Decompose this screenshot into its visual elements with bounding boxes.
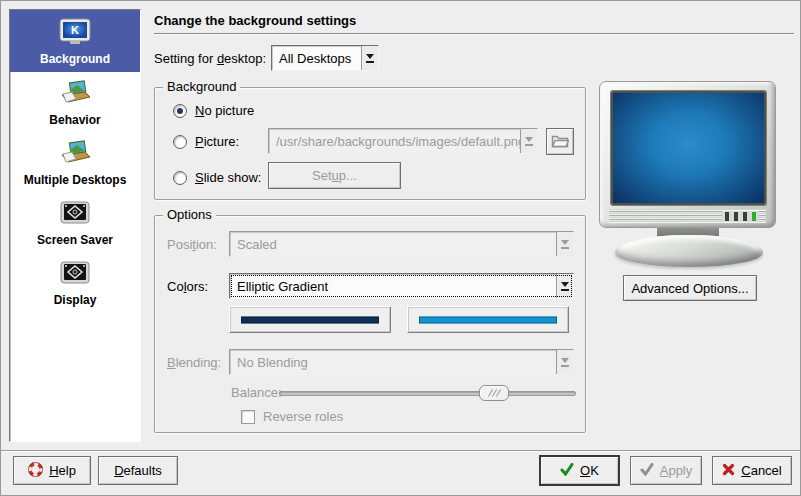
sidebar-item-label: Display [54,293,97,307]
monitor-base [615,235,763,267]
module-list: K Background Behavior [9,9,141,442]
title-divider [154,33,794,35]
sidebar-item-label: Background [40,52,110,66]
check-icon-gray [640,463,654,479]
ok-button[interactable]: OK [539,455,620,486]
picture-path-combobox: /usr/share/backgrounds/images/default.pn… [268,128,538,154]
background-group-title: Background [163,79,240,94]
cancel-button[interactable]: Cancel [712,456,792,485]
picture-radio-row[interactable]: Picture: [173,134,239,149]
balance-slider-groove [279,391,576,396]
slide-show-label: Slide show: [195,170,261,185]
folder-icon [551,133,569,151]
setup-button-label: Setup... [312,168,357,183]
chevron-down-icon [361,46,378,70]
sidebar-item-background[interactable]: K Background [10,10,140,72]
monitor-leds [722,211,759,222]
browse-picture-button [546,128,574,155]
page-title: Change the background settings [154,13,356,28]
blending-label: Blending: [167,355,221,370]
setting-for-desktop-label: Setting for desktop: [154,51,266,66]
reverse-roles-row: Reverse roles [241,409,343,424]
no-picture-radio[interactable] [173,104,187,118]
advanced-options-button[interactable]: Advanced Options... [623,275,757,301]
background-settings-dialog: K Background Behavior [0,0,801,496]
chevron-down-icon [556,232,573,256]
dark-screen-icon [57,198,93,228]
sidebar-item-label: Behavior [49,113,100,127]
chevron-down-icon [556,274,573,298]
setup-button: Setup... [268,162,401,189]
options-group-title: Options [163,207,216,222]
apply-button: Apply [630,456,702,485]
chevron-down-icon [520,129,537,153]
no-picture-radio-row[interactable]: No picture [173,103,254,118]
desktop-layers-icon [57,138,93,168]
reverse-roles-checkbox [241,410,255,424]
ok-button-label: OK [580,463,599,478]
position-combobox: Scaled [229,231,574,257]
sidebar-item-screen-saver[interactable]: Screen Saver [10,192,140,252]
chevron-down-icon [556,350,573,374]
slide-show-radio[interactable] [173,171,187,185]
color2-swatch [419,316,557,323]
balance-label: Balance: [231,385,282,400]
sidebar-item-behavior[interactable]: Behavior [10,72,140,132]
desktop-layers-icon [57,78,93,108]
help-button[interactable]: Help [13,456,91,485]
picture-radio[interactable] [173,135,187,149]
color1-button[interactable] [229,306,391,333]
preview-monitor [599,81,776,228]
balance-slider-handle [479,385,509,401]
color1-swatch [241,316,379,323]
reverse-roles-label: Reverse roles [263,409,343,424]
desktop-combobox[interactable]: All Desktops [271,45,379,71]
position-label: Position: [167,237,217,252]
svg-text:K: K [71,24,79,36]
slide-show-radio-row[interactable]: Slide show: [173,170,261,185]
footer-divider [1,450,801,452]
colors-combobox[interactable]: Elliptic Gradient [229,273,574,299]
blending-combobox: No Blending [229,349,574,375]
no-picture-label: No picture [195,103,254,118]
preview-screen [611,91,766,205]
colors-label: Colors: [167,279,208,294]
advanced-options-label: Advanced Options... [631,281,748,296]
sidebar-item-label: Multiple Desktops [24,173,127,187]
check-icon [560,463,574,479]
sidebar-item-display[interactable]: Display [10,252,140,312]
help-button-label: Help [49,463,76,478]
picture-label: Picture: [195,134,239,149]
apply-button-label: Apply [660,463,693,478]
balance-slider [279,384,576,402]
help-icon [28,462,43,480]
color2-button[interactable] [407,306,569,333]
sidebar-item-multiple-desktops[interactable]: Multiple Desktops [10,132,140,192]
cancel-button-label: Cancel [741,463,781,478]
defaults-button-label: Defaults [114,463,162,478]
monitor-icon: K [57,17,93,47]
x-icon [722,463,735,479]
sidebar-item-label: Screen Saver [37,233,113,247]
dark-screen-icon [57,258,93,288]
defaults-button[interactable]: Defaults [98,456,178,485]
